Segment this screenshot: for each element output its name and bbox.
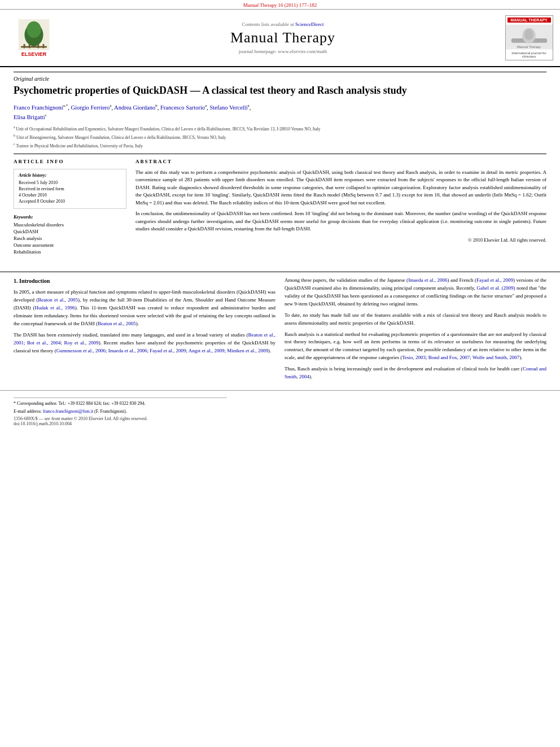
keywords-title: Keywords:	[14, 215, 126, 220]
author-brigatti[interactable]: Elisa Brigatti	[14, 113, 45, 120]
journal-citation: Manual Therapy 16 (2011) 177–182	[0, 0, 560, 10]
svg-rect-8	[43, 44, 45, 48]
keyword-4: Outcome assessment	[14, 242, 126, 248]
history-title: Article history:	[19, 173, 121, 178]
keyword-2: QuickDASH	[14, 229, 126, 234]
intro-right-paragraph-4: Thus, Rasch analysis is being increasing…	[285, 365, 546, 381]
article-history-box: Article history: Received 5 July 2010 Re…	[14, 169, 126, 209]
ref-gabel[interactable]: Gabel et al. (2009)	[476, 285, 515, 291]
copyright-line: © 2010 Elsevier Ltd. All rights reserved…	[135, 237, 546, 244]
badge-illustration-icon: Manual Therapy	[506, 24, 553, 50]
author-ferriero[interactable]: Giorgio Ferriero	[71, 104, 110, 111]
accepted-date: Accepted 8 October 2010	[19, 199, 121, 204]
intro-right-paragraph-3: Rasch analysis is a statistical method f…	[285, 331, 546, 362]
article-title: Psychometric properties of QuickDASH — A…	[14, 84, 546, 97]
body-two-col: 1. Introduction In 2005, a short measure…	[0, 277, 560, 385]
journal-homepage: journal homepage: www.elsevier.com/math	[239, 49, 327, 54]
abstract-text: The aim of this study was to perform a c…	[135, 169, 546, 244]
article-footer: * Corresponding author. Tel.: +39 0322 8…	[0, 390, 560, 430]
info-abstract-section: ARTICLE INFO Article history: Received 5…	[14, 154, 546, 256]
sciencedirect-line: Contents lists available at ScienceDirec…	[242, 21, 324, 27]
body-divider	[0, 272, 560, 272]
svg-rect-6	[29, 44, 30, 48]
ref-beaton-2005[interactable]: Beaton et al., 2005	[38, 297, 78, 303]
intro-right-paragraph-1: Among these papers, the validation studi…	[285, 277, 546, 308]
intro-paragraph-2: The DASH has been extensively studied, t…	[14, 331, 275, 355]
article-info-header: ARTICLE INFO	[14, 159, 126, 164]
keyword-5: Rehabilitation	[14, 249, 126, 255]
doi-line: doi:10.1016/j.math.2010.10.004	[14, 421, 546, 426]
author-giordano[interactable]: Andrea Giordano	[114, 104, 155, 111]
email-link[interactable]: franco.franchignoni@fsm.it	[43, 409, 93, 414]
journal-badge-area: MANUAL THERAPY Manual Therapy Internatio…	[498, 13, 560, 63]
ref-fayad[interactable]: Fayad et al., 2009	[476, 277, 513, 283]
keyword-3: Rasch analysis	[14, 235, 126, 241]
journal-header: ELSEVIER Contents lists available at Sci…	[0, 10, 560, 67]
svg-rect-7	[37, 44, 39, 48]
svg-point-3	[27, 21, 41, 37]
ref-imaeda[interactable]: Imaeda et al., 2006	[408, 277, 447, 283]
corresponding-author-note: * Corresponding author. Tel.: +39 0322 8…	[14, 400, 546, 407]
ref-beaton-2005b[interactable]: Beaton et al., 2005	[98, 321, 136, 326]
article-type: Original article	[14, 72, 546, 82]
abstract-paragraph-1: The aim of this study was to perform a c…	[135, 169, 546, 207]
email-note: E-mail address: franco.franchignoni@fsm.…	[14, 408, 546, 415]
affiliations: a Unit of Occupational Rehabilitation an…	[14, 125, 546, 149]
svg-rect-5	[24, 44, 25, 48]
ref-tesio[interactable]: Tesio, 2003; Bond and Fox, 2007; Wolfe a…	[402, 355, 519, 360]
keyword-1: Musculoskeletal disorders	[14, 222, 126, 228]
intro-paragraph-1: In 2005, a short measure of physical fun…	[14, 289, 275, 328]
abstract-paragraph-2: In conclusion, the unidimensionality of …	[135, 210, 546, 233]
sciencedirect-link[interactable]: ScienceDirect	[295, 21, 323, 27]
elsevier-tree-icon	[17, 19, 51, 50]
svg-text:Manual Therapy: Manual Therapy	[517, 45, 540, 49]
elsevier-logo-area: ELSEVIER	[0, 13, 68, 63]
intro-right-paragraph-2: To date, no study has made full use of t…	[285, 312, 546, 327]
issn-line: 1356-689X/$ — see front matter © 2010 El…	[14, 416, 546, 421]
ref-gummesson[interactable]: Gummesson et al., 2006; Imaeda et al., 2…	[56, 348, 268, 353]
ref-beaton-2001[interactable]: Beaton et al., 2001; Bot et al., 2004; R…	[14, 332, 275, 346]
abstract-col: ABSTRACT The aim of this study was to pe…	[135, 159, 546, 256]
ref-hudak-1996[interactable]: Hudak et al., 1996	[34, 305, 75, 311]
revised-date: 4 October 2010	[19, 193, 121, 198]
author-sartorio[interactable]: Francesco Sartorio	[160, 104, 205, 111]
article-content: Original article Psychometric properties…	[0, 67, 560, 267]
manual-therapy-badge: MANUAL THERAPY Manual Therapy Internatio…	[505, 15, 553, 60]
svg-point-12	[524, 29, 533, 40]
ref-conrad[interactable]: Conrad and Smith, 2004	[285, 366, 546, 379]
body-col-left: 1. Introduction In 2005, a short measure…	[14, 277, 275, 385]
elsevier-wordmark: ELSEVIER	[21, 51, 47, 57]
abstract-header: ABSTRACT	[135, 159, 546, 164]
journal-title-area: Contents lists available at ScienceDirec…	[68, 13, 498, 63]
intro-section-title: 1. Introduction	[14, 277, 275, 286]
keywords-box: Keywords: Musculoskeletal disorders Quic…	[14, 215, 126, 255]
received-revised-label: Received in revised form	[19, 186, 121, 191]
footer-divider	[14, 397, 227, 398]
article-info-col: ARTICLE INFO Article history: Received 5…	[14, 159, 126, 256]
body-col-right: Among these papers, the validation studi…	[285, 277, 546, 385]
author-franchignoni[interactable]: Franco Franchignoni	[14, 104, 63, 111]
journal-title: Manual Therapy	[230, 29, 335, 46]
author-vercelli[interactable]: Stefano Vercelli	[209, 104, 247, 111]
received-date: Received 5 July 2010	[19, 180, 121, 185]
authors-line: Franco Franchignonia,*, Giorgio Ferriero…	[14, 103, 546, 121]
